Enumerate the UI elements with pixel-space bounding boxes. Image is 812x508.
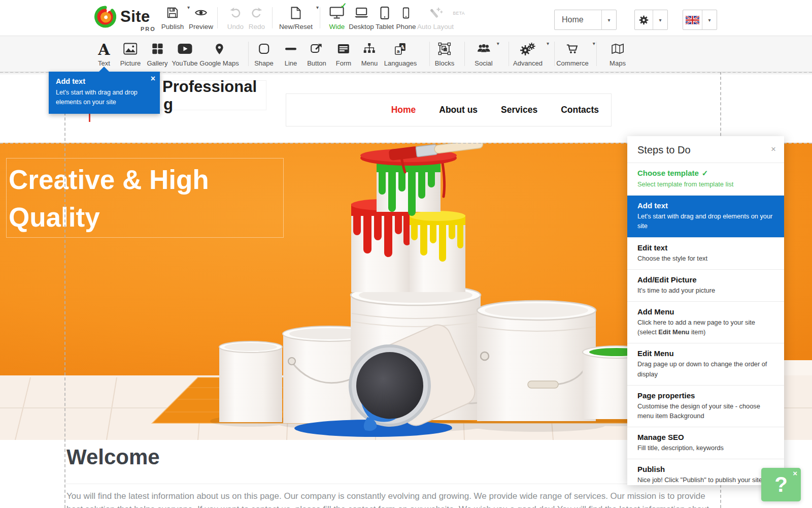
element-languages[interactable]: A a Languages [384, 42, 417, 67]
step-edit-text[interactable]: Edit text Choose the style for text [627, 237, 784, 269]
element-form[interactable]: Form [336, 42, 351, 67]
element-text[interactable]: A Text [98, 42, 110, 67]
shape-icon [258, 43, 270, 57]
app-logo: Site PRO [94, 6, 150, 28]
element-menu[interactable]: Menu [361, 42, 378, 67]
laptop-icon [354, 6, 369, 21]
welcome-heading[interactable]: Welcome [66, 445, 160, 469]
chevron-down-icon[interactable]: ▾ [653, 10, 667, 29]
check-icon: ✓ [702, 169, 708, 177]
blocks-icon [438, 42, 451, 57]
toolbar-divider [464, 42, 465, 66]
device-tablet-button[interactable]: Tablet [376, 6, 394, 30]
element-advanced[interactable]: ▾ Advanced [513, 42, 543, 67]
toolbar-divider [429, 42, 430, 66]
close-icon[interactable]: × [793, 469, 797, 478]
element-youtube[interactable]: YouTube [172, 42, 197, 67]
element-social[interactable]: ▾ Social [475, 42, 492, 67]
page-select-button[interactable]: Home ▾ [554, 10, 617, 30]
site-logo-text-line1[interactable]: Professional [162, 78, 257, 96]
phone-icon [402, 7, 409, 21]
picture-icon [123, 43, 138, 57]
brand-name: Site [120, 8, 150, 26]
nav-home[interactable]: Home [391, 105, 416, 115]
magic-wand-icon [428, 6, 443, 22]
step-add-text[interactable]: Add text Let's start with drag and drop … [627, 195, 784, 237]
sitemap-icon [363, 43, 376, 57]
hero-title[interactable]: Creative & High Quality [9, 161, 283, 236]
preview-button[interactable]: Preview [189, 6, 213, 30]
form-icon [337, 43, 350, 56]
new-document-icon [290, 6, 301, 22]
element-commerce[interactable]: ▾ Commerce [556, 42, 589, 67]
toolbar-divider [509, 42, 509, 66]
element-gallery[interactable]: Gallery [147, 42, 167, 67]
page-left-guide[interactable] [64, 72, 65, 508]
folded-map-icon [611, 43, 624, 57]
step-choose-template[interactable]: Choose template✓ Select template from te… [627, 163, 784, 195]
element-blocks[interactable]: Blocks [435, 42, 454, 67]
page-select-value[interactable]: Home [555, 10, 601, 29]
element-button[interactable]: Button [307, 42, 326, 67]
nav-services[interactable]: Services [501, 105, 537, 115]
gear-icon[interactable] [635, 10, 653, 29]
undo-icon [229, 6, 242, 21]
welcome-paragraph[interactable]: You will find the latest information abo… [66, 490, 719, 508]
question-mark-icon[interactable]: ? [774, 472, 788, 497]
step-edit-menu[interactable]: Edit Menu Drag page up or down to change… [627, 343, 784, 385]
gallery-grid-icon [151, 43, 163, 57]
chevron-down-icon[interactable]: ▾ [547, 41, 549, 46]
svg-text:a: a [397, 48, 400, 54]
check-icon: ✓ [341, 1, 347, 10]
chevron-down-icon[interactable]: ▾ [702, 10, 717, 29]
site-navigation: Home About us Services Contacts [286, 93, 612, 126]
tooltip-title: Add text [56, 77, 153, 85]
settings-button[interactable]: ▾ [634, 10, 668, 30]
close-icon[interactable]: × [771, 144, 776, 154]
panel-title: Steps to Do [637, 144, 691, 155]
add-text-tooltip: Add text Let's start with drag and drop … [49, 72, 160, 114]
element-google-maps[interactable]: Google Maps [199, 42, 239, 67]
site-logo-text-line2[interactable]: g [163, 96, 173, 114]
device-wide-button[interactable]: ✓ Wide [329, 6, 345, 30]
sitepro-logo-icon [94, 6, 116, 28]
elements-toolbar: A Text Picture Gallery YouTube [0, 36, 812, 72]
element-picture[interactable]: Picture [120, 42, 141, 67]
redo-icon [250, 6, 263, 21]
tablet-icon [380, 6, 389, 22]
new-reset-button[interactable]: ▾ New/Reset [279, 6, 313, 30]
chevron-down-icon[interactable]: ▾ [601, 10, 616, 29]
top-toolbar: Site PRO ▾ Publish Preview [0, 0, 812, 36]
step-add-menu[interactable]: Add Menu Click here to add a new page to… [627, 301, 784, 343]
toolbar-divider [596, 42, 597, 66]
step-page-properties[interactable]: Page properties Customise the design of … [627, 385, 784, 427]
redo-button[interactable]: Redo [249, 6, 265, 30]
device-desktop-button[interactable]: Desktop [349, 6, 374, 30]
element-line[interactable]: Line [284, 42, 297, 67]
auto-layout-button[interactable]: BETA Auto Layout [417, 6, 454, 30]
chevron-down-icon[interactable]: ▾ [593, 41, 595, 46]
uk-flag-icon[interactable] [683, 10, 702, 29]
nav-about-us[interactable]: About us [439, 105, 478, 115]
undo-button[interactable]: Undo [227, 6, 244, 30]
chevron-down-icon[interactable]: ▾ [497, 41, 499, 46]
help-button[interactable]: ? × [761, 468, 801, 501]
text-icon: A [98, 42, 110, 57]
language-flag-button[interactable]: ▾ [683, 10, 717, 30]
chevron-down-icon[interactable]: ▾ [316, 5, 319, 10]
close-icon[interactable]: × [151, 74, 155, 83]
step-add-edit-picture[interactable]: Add/Edit Picture It's time to add your p… [627, 269, 784, 301]
element-shape[interactable]: Shape [254, 42, 274, 67]
step-publish[interactable]: Publish Nice job! Click "Publish" to pub… [627, 459, 784, 485]
brand-sub: PRO [141, 26, 156, 32]
step-manage-seo[interactable]: Manage SEO Fill title, description, keyw… [627, 427, 784, 459]
section-divider [65, 484, 721, 484]
publish-button[interactable]: ▾ Publish [161, 6, 184, 30]
element-maps[interactable]: Maps [610, 42, 626, 67]
nav-contacts[interactable]: Contacts [561, 105, 599, 115]
device-phone-button[interactable]: Phone [396, 6, 416, 30]
toolbar-divider [248, 42, 249, 66]
tooltip-body: Let's start with drag and drop elements … [56, 88, 153, 107]
translate-icon: A a [394, 42, 407, 57]
toolbar-divider [272, 7, 273, 28]
